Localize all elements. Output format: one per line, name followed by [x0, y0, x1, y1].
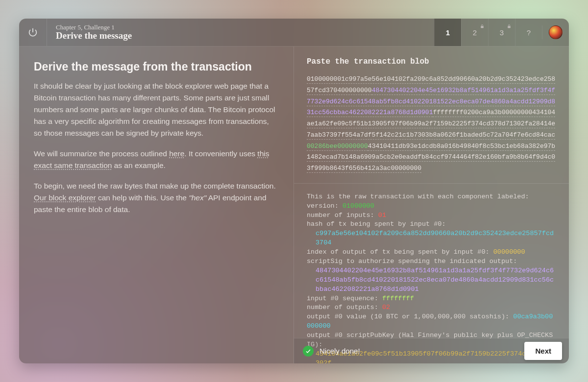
lock-icon [480, 22, 484, 25]
transaction-blob-input[interactable]: 0100000001c997a5e56e104102fa209c6a852dd9… [307, 74, 556, 174]
work-pane: Paste the transaction blob 0100000001c99… [294, 47, 569, 363]
step-tab-1[interactable]: 1 [434, 19, 461, 46]
num-inputs-value: 01 [378, 212, 386, 219]
avatar-button[interactable] [542, 25, 569, 39]
footer-bar: Nicely done! Next [294, 338, 569, 363]
page-title: Derive the message [56, 30, 434, 41]
paste-title: Paste the transaction blob [307, 57, 556, 66]
next-button[interactable]: Next [524, 342, 562, 360]
step-tab-2[interactable]: 2 [461, 19, 488, 46]
instructions-p1: It should be clear by just looking at th… [34, 80, 279, 139]
status-message: Nicely done! [319, 347, 524, 355]
step-tabs: 123? [434, 19, 542, 46]
success-icon [303, 346, 314, 357]
power-icon [27, 27, 38, 38]
instructions-p3: To begin, we need the raw bytes that mak… [34, 180, 279, 215]
step-tab-3[interactable]: 3 [488, 19, 515, 46]
input-hash-value: c997a5e56e104102fa209c6a852dd90660a20b2d… [307, 229, 556, 248]
output-index-value: 00000000 [493, 248, 525, 256]
instructions-p2: We will summarize the process outlined h… [34, 148, 279, 171]
power-button[interactable] [19, 19, 47, 46]
decoded-intro: This is the raw transaction with each co… [307, 192, 556, 202]
svg-rect-1 [508, 26, 511, 28]
num-outputs-value: 02 [382, 304, 390, 311]
header-bar: Chapter 5, Challenge 1 Derive the messag… [19, 19, 569, 47]
scriptsig-value: 4847304402204e45e16932b8af514961a1d3a1a2… [307, 266, 556, 294]
instructions-heading: Derive the message from the transaction [34, 60, 279, 73]
lock-icon [507, 22, 511, 25]
chapter-label: Chapter 5, Challenge 1 [56, 24, 434, 31]
instructions-pane: Derive the message from the transaction … [19, 47, 294, 363]
link-here[interactable]: here [169, 149, 184, 158]
version-value: 01000000 [343, 202, 374, 210]
svg-rect-0 [481, 26, 484, 28]
step-tab-?[interactable]: ? [515, 19, 542, 46]
breadcrumb: Chapter 5, Challenge 1 Derive the messag… [47, 24, 434, 41]
decoded-output: This is the raw transaction with each co… [294, 184, 569, 363]
sequence-value: ffffffff [382, 295, 414, 302]
avatar-icon [549, 25, 563, 39]
challenge-card: Chapter 5, Challenge 1 Derive the messag… [19, 19, 569, 363]
blob-segment: 00286bee00000000 [307, 143, 368, 151]
body: Derive the message from the transaction … [19, 47, 569, 363]
link-block-explorer[interactable]: Our block explorer [34, 193, 96, 202]
